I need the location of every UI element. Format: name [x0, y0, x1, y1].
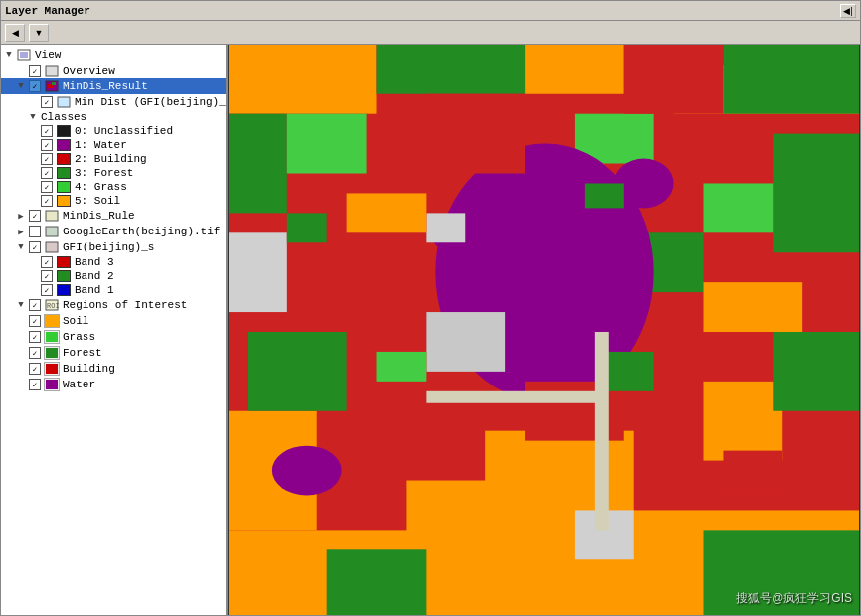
class-2-label: 2: Building — [73, 153, 147, 165]
band3-expand — [27, 256, 39, 268]
svg-rect-8 — [46, 227, 58, 236]
svg-rect-38 — [703, 183, 773, 232]
svg-rect-15 — [46, 364, 58, 374]
svg-rect-18 — [228, 45, 377, 114]
svg-rect-55 — [287, 213, 327, 242]
mindis-rule-item[interactable]: ▶ MinDis_Rule — [1, 208, 226, 224]
roi-forest-label: Forest — [61, 347, 102, 359]
roi-forest-checkbox[interactable] — [29, 347, 41, 359]
toolbar: ◀ ▼ — [1, 21, 860, 45]
back-button[interactable]: ◀ — [5, 24, 25, 42]
view-icon — [16, 48, 32, 62]
svg-rect-54 — [357, 411, 436, 471]
gfi-checkbox[interactable] — [29, 241, 41, 253]
band1-checkbox[interactable] — [41, 284, 53, 296]
svg-rect-46 — [228, 232, 287, 312]
svg-rect-6 — [58, 97, 70, 107]
view-item[interactable]: ▼ View — [1, 47, 226, 63]
class-item-4[interactable]: 4: Grass — [1, 180, 226, 194]
roi-building-icon — [44, 362, 60, 376]
class-item-1[interactable]: 1: Water — [1, 138, 226, 152]
main-window: Layer Manager ◀| ◀ ▼ ▼ View — [0, 0, 861, 616]
title-bar: Layer Manager ◀| — [1, 1, 860, 21]
mindis-rule-label: MinDis_Rule — [61, 210, 135, 222]
classes-item[interactable]: ▼ Classes — [1, 110, 226, 124]
roi-water-item[interactable]: Water — [1, 377, 226, 392]
band2-label: Band 2 — [73, 270, 114, 282]
svg-rect-32 — [773, 332, 860, 411]
dropdown-button[interactable]: ▼ — [29, 24, 49, 42]
class-2-swatch — [57, 153, 71, 165]
roi-forest-item[interactable]: Forest — [1, 345, 226, 361]
window-title: Layer Manager — [5, 5, 90, 17]
mindis-result-item[interactable]: ▼ MinDis_Result — [1, 78, 226, 94]
mindis-rule-checkbox[interactable] — [29, 210, 41, 222]
band3-label: Band 3 — [73, 256, 114, 268]
svg-rect-52 — [703, 282, 802, 332]
class-5-checkbox[interactable] — [41, 195, 53, 207]
class-item-0[interactable]: 0: Unclassified — [1, 124, 226, 138]
svg-rect-50 — [426, 94, 525, 174]
svg-rect-45 — [426, 312, 505, 372]
google-earth-checkbox[interactable] — [29, 226, 41, 237]
class-0-swatch — [57, 125, 71, 137]
pin-button[interactable]: ◀| — [840, 4, 856, 18]
class-item-2[interactable]: 2: Building — [1, 152, 226, 166]
class-0-checkbox[interactable] — [41, 125, 53, 137]
band2-item[interactable]: Band 2 — [1, 269, 226, 283]
mindis-result-expand: ▼ — [15, 80, 27, 92]
svg-rect-14 — [46, 348, 58, 358]
class-1-label: 1: Water — [73, 139, 127, 151]
min-dist-item[interactable]: Min Dist (GFI(beijing)_s) — [1, 94, 226, 110]
roi-soil-item[interactable]: Soil — [1, 313, 226, 329]
google-earth-expand: ▶ — [15, 226, 27, 237]
roi-building-checkbox[interactable] — [29, 363, 41, 375]
class-0-label: 0: Unclassified — [73, 125, 173, 137]
roi-checkbox[interactable] — [29, 299, 41, 311]
min-dist-checkbox[interactable] — [41, 96, 53, 108]
roi-grass-checkbox[interactable] — [29, 331, 41, 343]
svg-rect-33 — [248, 332, 347, 411]
roi-soil-checkbox[interactable] — [29, 315, 41, 327]
band3-checkbox[interactable] — [41, 256, 53, 268]
roi-item[interactable]: ▼ ROI Regions of Interest — [1, 297, 226, 313]
roi-forest-icon — [44, 346, 60, 360]
svg-rect-58 — [723, 451, 782, 491]
svg-rect-5 — [52, 82, 56, 85]
svg-rect-16 — [46, 380, 58, 389]
class-item-3[interactable]: 3: Forest — [1, 166, 226, 180]
roi-water-checkbox[interactable] — [29, 379, 41, 390]
class-3-checkbox[interactable] — [41, 167, 53, 179]
band2-swatch — [57, 270, 71, 282]
svg-rect-36 — [287, 114, 367, 174]
class-5-label: 5: Soil — [73, 195, 120, 207]
gfi-label: GFI(beijing)_s — [61, 241, 154, 253]
google-earth-item[interactable]: ▶ GoogleEarth(beijing).tif — [1, 224, 226, 239]
svg-rect-9 — [46, 242, 58, 252]
svg-rect-7 — [46, 211, 58, 221]
band1-item[interactable]: Band 1 — [1, 283, 226, 297]
layer-panel[interactable]: ▼ View Overview ▼ — [1, 45, 228, 615]
map-area[interactable]: 搜狐号@疯狂学习GIS — [228, 45, 860, 615]
class-1-checkbox[interactable] — [41, 139, 53, 151]
roi-water-label: Water — [61, 379, 95, 390]
svg-rect-35 — [327, 549, 427, 615]
band2-expand — [27, 270, 39, 282]
band3-item[interactable]: Band 3 — [1, 255, 226, 269]
mindis-result-checkbox[interactable] — [29, 80, 41, 92]
class-item-5[interactable]: 5: Soil — [1, 194, 226, 208]
gfi-item[interactable]: ▼ GFI(beijing)_s — [1, 239, 226, 255]
watermark: 搜狐号@疯狂学习GIS — [736, 590, 852, 607]
class-3-label: 3: Forest — [73, 167, 133, 179]
overview-item[interactable]: Overview — [1, 63, 226, 78]
band1-label: Band 1 — [73, 284, 114, 296]
band2-checkbox[interactable] — [41, 270, 53, 282]
class-4-checkbox[interactable] — [41, 181, 53, 193]
class-2-checkbox[interactable] — [41, 153, 53, 165]
svg-rect-2 — [46, 66, 58, 76]
roi-grass-icon — [44, 330, 60, 344]
svg-rect-47 — [426, 213, 465, 242]
overview-checkbox[interactable] — [29, 65, 41, 77]
roi-building-item[interactable]: Building — [1, 361, 226, 377]
roi-grass-item[interactable]: Grass — [1, 329, 226, 345]
